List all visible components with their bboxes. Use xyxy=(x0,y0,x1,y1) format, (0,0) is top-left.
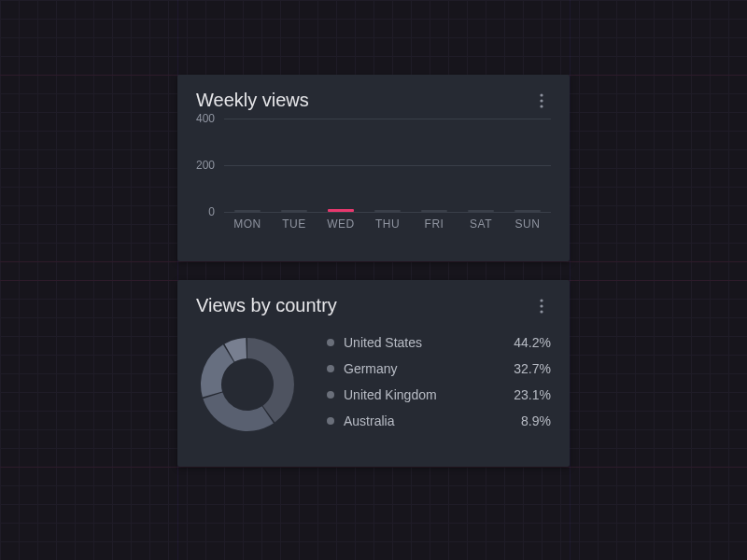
legend-dot-icon xyxy=(327,391,334,399)
card-views-by-country: Views by country United States44.2%Germa… xyxy=(177,280,570,467)
views-by-country-donut xyxy=(196,333,299,436)
x-tick-label: FRI xyxy=(425,217,444,231)
country-pct: 32.7% xyxy=(514,361,551,376)
country-row: Australia8.9% xyxy=(327,408,551,434)
donut-slice xyxy=(201,344,233,397)
donut-slice xyxy=(247,338,294,423)
x-tick-label: TUE xyxy=(282,217,306,231)
country-row: United Kingdom23.1% xyxy=(327,382,551,408)
country-row: United States44.2% xyxy=(327,329,551,356)
svg-point-0 xyxy=(540,93,543,96)
x-tick-label: WED xyxy=(327,217,355,231)
legend-dot-icon xyxy=(327,365,334,372)
more-vertical-icon[interactable] xyxy=(532,91,551,110)
y-tick-label: 400 xyxy=(196,112,215,125)
svg-point-1 xyxy=(540,99,543,102)
x-tick-label: MON xyxy=(233,217,261,231)
country-name: Germany xyxy=(344,361,514,376)
y-tick-label: 0 xyxy=(208,205,215,218)
country-name: Australia xyxy=(344,413,521,428)
country-row: Germany32.7% xyxy=(327,356,551,382)
card-views-by-country-title: Views by country xyxy=(196,295,337,316)
country-pct: 23.1% xyxy=(514,387,551,402)
x-tick-label: SUN xyxy=(515,217,541,231)
svg-point-3 xyxy=(540,299,543,301)
legend-dot-icon xyxy=(327,417,334,425)
donut-slice xyxy=(203,393,273,431)
svg-point-4 xyxy=(540,304,543,307)
legend-dot-icon xyxy=(327,339,334,346)
x-tick-label: SAT xyxy=(470,217,492,231)
country-name: United Kingdom xyxy=(344,387,514,402)
svg-point-5 xyxy=(540,310,543,313)
weekly-views-chart: 0200400 MONTUEWEDTHUFRISATSUN xyxy=(196,119,551,240)
more-vertical-icon[interactable] xyxy=(532,297,551,315)
views-by-country-list: United States44.2%Germany32.7%United Kin… xyxy=(327,329,551,434)
card-weekly-views: Weekly views 0200400 MONTUEWEDTHUFRISATS… xyxy=(177,75,570,261)
card-weekly-views-title: Weekly views xyxy=(196,90,309,111)
country-pct: 44.2% xyxy=(514,335,551,350)
country-name: United States xyxy=(344,335,514,350)
chart-gridline xyxy=(224,212,551,213)
y-tick-label: 200 xyxy=(196,159,215,172)
country-pct: 8.9% xyxy=(521,413,551,428)
x-tick-label: THU xyxy=(375,217,400,231)
svg-point-2 xyxy=(540,105,543,107)
